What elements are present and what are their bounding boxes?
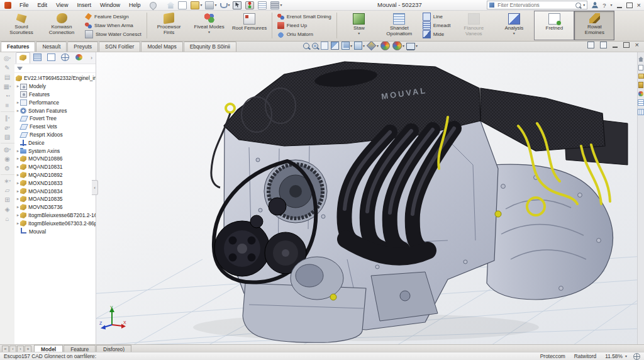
ribbon-button[interactable]: Root Femunres — [230, 11, 270, 40]
ribbon-small-button[interactable]: Line — [423, 13, 451, 21]
pin-icon[interactable] — [148, 0, 158, 10]
view-toolbar-button[interactable] — [303, 43, 310, 49]
sheet-nav-arrow[interactable]: » — [25, 346, 31, 352]
zoom-level[interactable]: 11.58% — [605, 353, 623, 359]
command-tab[interactable]: Nesault — [36, 42, 67, 52]
quick-access-button[interactable] — [167, 2, 175, 9]
sheet-nav-arrow[interactable]: › — [17, 346, 24, 352]
expand-arrow-icon[interactable]: ▸ — [16, 221, 20, 226]
quick-access-button[interactable]: ▾ — [191, 1, 202, 9]
expand-arrow-icon[interactable]: ▸ — [16, 172, 20, 177]
doc-page2-icon[interactable] — [600, 42, 607, 48]
tree-item[interactable]: ▸ ItogmBleiuxette067303.2-86pi — [16, 219, 96, 227]
minimize-button[interactable] — [617, 3, 622, 8]
restore-button[interactable] — [626, 3, 633, 8]
menu-item[interactable]: Insert — [72, 0, 96, 10]
quick-access-button[interactable] — [245, 1, 255, 9]
task-pane-icon[interactable] — [638, 91, 643, 96]
ribbon-small-button[interactable]: Erenot Smalt Dining — [277, 13, 331, 21]
tree-item[interactable]: ▸ MOAND10835 — [16, 195, 96, 203]
quick-access-button[interactable] — [258, 1, 267, 9]
task-pane-icon[interactable] — [638, 74, 644, 79]
tree-item[interactable]: ▸ Performance — [16, 98, 96, 106]
panel-overflow-chevron[interactable]: › — [91, 55, 94, 61]
ribbon-small-button[interactable]: Fieed Up — [277, 21, 331, 30]
left-toolbar-icon[interactable]: ◔ ▾ — [1, 91, 14, 101]
help-caret-icon[interactable]: ▾ — [611, 3, 613, 7]
ribbon-small-button[interactable]: Stow Water Conesct — [85, 30, 142, 38]
expand-arrow-icon[interactable]: ▸ — [16, 108, 20, 113]
left-toolbar-icon[interactable]: ✎ — [1, 63, 14, 72]
expand-arrow-icon[interactable]: ▸ — [16, 205, 20, 210]
expand-arrow-icon[interactable]: ▸ — [16, 181, 20, 186]
left-toolbar-icon[interactable]: ⌂ — [1, 214, 14, 223]
command-tab[interactable]: Preyuts — [67, 42, 98, 52]
tree-filter-row[interactable] — [14, 64, 96, 73]
left-toolbar-icon[interactable]: ⊞ — [1, 195, 14, 205]
ribbon-button[interactable]: Sourd Scorutless — [1, 11, 42, 40]
tree-item[interactable]: ▸ MOVND10886 — [16, 155, 96, 163]
task-pane-icon[interactable] — [638, 109, 644, 115]
left-toolbar-icon[interactable]: ∗ ▾ — [1, 176, 14, 186]
left-toolbar-icon[interactable]: ∥ ▾ — [1, 113, 14, 123]
ribbon-small-button[interactable]: Emeadt — [423, 21, 451, 30]
doc-close-button[interactable]: × — [635, 42, 639, 48]
user-account-icon[interactable] — [592, 2, 598, 8]
left-toolbar-icon[interactable]: ▨ — [1, 132, 14, 143]
tree-item[interactable]: ▸ Modely — [16, 82, 96, 91]
menu-item[interactable]: Edit — [33, 0, 52, 10]
panel-tab[interactable] — [58, 52, 72, 62]
view-toolbar-button[interactable]: ▾ — [406, 42, 418, 50]
left-toolbar-icon[interactable]: ⚙ — [1, 164, 14, 175]
view-toolbar-button[interactable]: ▾ — [341, 42, 352, 50]
tree-item[interactable]: Features — [16, 91, 96, 99]
left-toolbar-icon[interactable]: ◍ ▾ — [1, 145, 14, 154]
expand-arrow-icon[interactable]: ▸ — [16, 189, 20, 194]
quick-access-button[interactable] — [178, 1, 187, 9]
ribbon-button[interactable]: Shandet Opoinatiom — [379, 11, 419, 40]
panel-tab[interactable] — [16, 52, 30, 64]
doc-minimize-button[interactable] — [613, 42, 618, 48]
left-toolbar-icon[interactable]: ≡ — [1, 101, 14, 112]
expand-arrow-icon[interactable]: ▸ — [16, 84, 20, 89]
left-toolbar-icon[interactable]: ◉ — [1, 154, 14, 164]
search-icon[interactable] — [575, 3, 581, 8]
sheet-nav-arrow[interactable]: « — [2, 346, 9, 352]
panel-tab[interactable] — [45, 52, 58, 62]
ribbon-button[interactable]: Fianoure Vaneos — [453, 11, 494, 40]
left-toolbar-icon[interactable]: ◈ — [1, 205, 14, 214]
tree-item[interactable]: ▸ ItogmBleiuxesse6B7201.2-16nn — [16, 211, 96, 220]
engine-3d-model[interactable]: MOUVAL — [96, 52, 638, 345]
view-toolbar-button[interactable] — [380, 41, 391, 50]
doc-restore-button[interactable] — [623, 42, 630, 48]
help-button[interactable]: ? — [602, 2, 606, 9]
ribbon-small-button[interactable]: Feature Design — [85, 13, 142, 21]
quick-access-button[interactable]: ▾ — [270, 1, 282, 9]
ribbon-button[interactable]: Konwasn Connection — [42, 11, 82, 40]
panel-tab[interactable] — [31, 52, 44, 62]
view-toolbar-button[interactable]: ▾ — [392, 41, 404, 50]
view-toolbar-button[interactable] — [312, 43, 319, 49]
tree-item[interactable]: ▸ MQAND10892 — [16, 171, 96, 179]
tree-item[interactable]: ▸ MOVND36736 — [16, 203, 96, 211]
search-input[interactable] — [496, 1, 574, 9]
view-toolbar-button[interactable] — [321, 42, 329, 50]
tree-item[interactable]: Desice — [16, 138, 96, 147]
expand-arrow-icon[interactable]: ▸ — [16, 149, 20, 154]
command-tab[interactable]: SGN Foitlier — [99, 42, 140, 52]
quick-access-button[interactable]: ▾ — [205, 1, 216, 9]
search-caret-icon[interactable]: ▾ — [583, 3, 585, 7]
zoom-caret-icon[interactable]: ▾ — [625, 354, 627, 358]
view-toolbar-button[interactable] — [331, 42, 340, 50]
tree-item[interactable]: ▸ MOAND10834 — [16, 187, 96, 195]
ribbon-button[interactable]: Fiveat Modes ▾ — [189, 11, 230, 40]
tree-item[interactable]: Resprt Xidoos — [16, 131, 96, 139]
search-box[interactable]: ▾ — [487, 1, 587, 9]
tree-item[interactable]: Fesest Vets — [16, 123, 96, 131]
ribbon-button[interactable]: Fretned — [534, 11, 574, 40]
filter-funnel-icon[interactable] — [17, 67, 23, 70]
task-pane-icon[interactable] — [638, 57, 643, 62]
view-toolbar-button[interactable]: ▾ — [367, 41, 379, 50]
command-tab[interactable]: Ebqunity B S0inii — [184, 42, 236, 52]
command-tab[interactable]: Features — [1, 42, 35, 52]
